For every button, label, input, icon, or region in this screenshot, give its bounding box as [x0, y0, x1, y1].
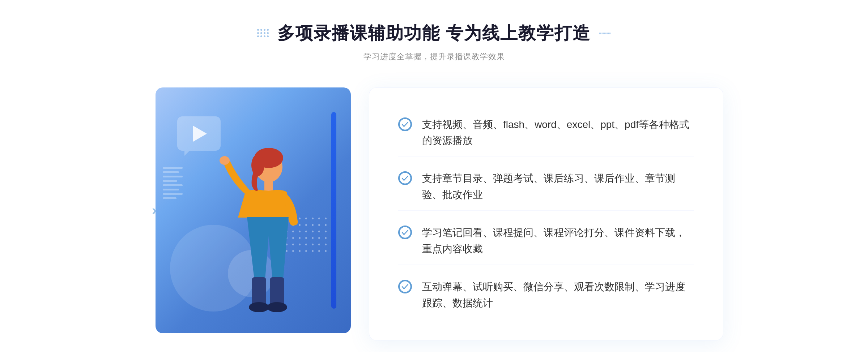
- feature-item-1: 支持视频、音频、flash、word、excel、ppt、pdf等各种格式的资源…: [398, 110, 694, 157]
- svg-point-9: [399, 119, 411, 130]
- feature-item-2: 支持章节目录、弹题考试、课后练习、课后作业、章节测验、批改作业: [398, 163, 694, 211]
- feature-text-4: 互动弹幕、试听购买、微信分享、观看次数限制、学习进度跟踪、数据统计: [422, 279, 694, 312]
- svg-point-10: [399, 172, 411, 184]
- svg-point-4: [220, 156, 230, 165]
- header-section: 多项录播课辅助功能 专为线上教学打造 学习进度全掌握，提升录播课教学效果: [257, 22, 610, 62]
- content-area: »: [145, 80, 723, 340]
- svg-point-11: [399, 227, 411, 238]
- person-illustration: [213, 145, 314, 333]
- feature-item-4: 互动弹幕、试听购买、微信分享、观看次数限制、学习进度跟踪、数据统计: [398, 272, 694, 319]
- page-wrapper: 多项录播课辅助功能 专为线上教学打造 学习进度全掌握，提升录播课教学效果 »: [0, 0, 868, 352]
- left-panel: [145, 80, 369, 333]
- svg-point-12: [399, 281, 411, 292]
- check-icon-3: [398, 226, 412, 239]
- check-icon-1: [398, 117, 412, 131]
- feature-text-3: 学习笔记回看、课程提问、课程评论打分、课件资料下载，重点内容收藏: [422, 225, 694, 257]
- feature-text-1: 支持视频、音频、flash、word、excel、ppt、pdf等各种格式的资源…: [422, 117, 694, 149]
- feature-item-3: 学习笔记回看、课程提问、课程评论打分、课件资料下载，重点内容收藏: [398, 218, 694, 265]
- svg-point-8: [267, 302, 287, 312]
- svg-rect-5: [252, 277, 266, 306]
- svg-point-7: [249, 302, 269, 312]
- svg-rect-3: [264, 181, 273, 191]
- stripes-decoration: [163, 167, 184, 210]
- right-panel: 支持视频、音频、flash、word、excel、ppt、pdf等各种格式的资源…: [369, 87, 723, 340]
- check-icon-4: [398, 280, 412, 293]
- decorative-dots-left: [257, 29, 269, 38]
- accent-bar: [331, 112, 336, 309]
- play-icon: [193, 126, 207, 142]
- subtitle: 学习进度全掌握，提升录播课教学效果: [363, 51, 505, 62]
- feature-text-2: 支持章节目录、弹题考试、课后练习、课后作业、章节测验、批改作业: [422, 171, 694, 203]
- title-row: 多项录播课辅助功能 专为线上教学打造: [257, 22, 610, 45]
- svg-rect-6: [270, 277, 284, 306]
- main-title: 多项录播课辅助功能 专为线上教学打造: [277, 22, 590, 45]
- decorative-dots-right: [599, 29, 611, 38]
- image-card: [156, 87, 351, 333]
- check-icon-2: [398, 171, 412, 185]
